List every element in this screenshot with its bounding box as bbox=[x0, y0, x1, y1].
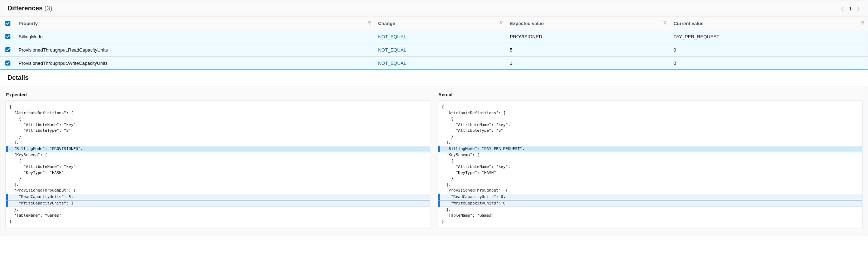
code-line: "WriteCapacityUnits": 0 bbox=[438, 200, 862, 207]
code-line: "AttributeName": "key", bbox=[6, 164, 430, 170]
pager: ❮ 1 ❯ bbox=[840, 6, 860, 11]
code-line: "TableName": "Games" bbox=[438, 213, 862, 219]
code-line: } bbox=[6, 219, 430, 225]
code-line: "AttributeName": "key", bbox=[438, 164, 862, 170]
code-line: "AttributeType": "S" bbox=[6, 128, 430, 134]
cell-expected: PROVISIONED bbox=[506, 30, 670, 43]
col-current[interactable]: Current value ▽ bbox=[670, 17, 868, 30]
code-line: "ReadCapacityUnits": 5, bbox=[6, 194, 430, 201]
code-line: "KeyType": "HASH" bbox=[6, 170, 430, 176]
cell-change[interactable]: NOT_EQUAL bbox=[375, 57, 506, 70]
cell-property: BillingMode bbox=[15, 30, 375, 43]
code-line: "AttributeDefinitions": [ bbox=[6, 110, 430, 116]
details-title: Details bbox=[0, 70, 868, 86]
code-line: "TableName": "Games" bbox=[6, 213, 430, 219]
expected-panel: Expected { "AttributeDefinitions": [ { "… bbox=[5, 92, 430, 228]
cell-expected: 5 bbox=[506, 43, 670, 57]
cell-current: 0 bbox=[670, 43, 868, 57]
sort-icon: ▽ bbox=[861, 21, 864, 25]
cell-property: ProvisionedThroughput.ReadCapacityUnits bbox=[15, 43, 375, 57]
row-checkbox[interactable] bbox=[5, 47, 10, 52]
code-line: "ProvisionedThroughput": { bbox=[6, 188, 430, 194]
differences-count: (3) bbox=[44, 5, 52, 12]
code-line: "ReadCapacityUnits": 0, bbox=[438, 194, 862, 201]
code-line: "KeyType": "HASH" bbox=[438, 170, 862, 176]
sort-icon: ▽ bbox=[500, 21, 503, 25]
cell-expected: 1 bbox=[506, 57, 670, 70]
col-expected-label: Expected value bbox=[510, 21, 544, 26]
details-body: Expected { "AttributeDefinitions": [ { "… bbox=[0, 86, 868, 236]
cell-change[interactable]: NOT_EQUAL bbox=[375, 43, 506, 57]
col-property-label: Property bbox=[19, 21, 38, 26]
differences-title: Differences (3) bbox=[8, 5, 52, 12]
code-line: "ProvisionedThroughput": { bbox=[438, 188, 862, 194]
code-line: { bbox=[6, 104, 430, 110]
col-change-label: Change bbox=[378, 21, 395, 26]
code-line: }, bbox=[6, 207, 430, 213]
code-line: "BillingMode": "PROVISIONED", bbox=[6, 146, 430, 153]
cell-property: ProvisionedThroughput.WriteCapacityUnits bbox=[15, 57, 375, 70]
pager-next[interactable]: ❯ bbox=[856, 6, 860, 11]
differences-table: Property ▽ Change ▽ Expected value ▽ Cur… bbox=[0, 17, 868, 70]
code-line: "AttributeName": "key", bbox=[438, 122, 862, 128]
code-line: "WriteCapacityUnits": 1 bbox=[6, 200, 430, 207]
sort-icon: ▽ bbox=[664, 21, 666, 25]
code-line: "KeySchema": [ bbox=[438, 152, 862, 158]
cell-current: PAY_PER_REQUEST bbox=[670, 30, 868, 43]
table-row[interactable]: ProvisionedThroughput.WriteCapacityUnits… bbox=[0, 57, 868, 70]
actual-code: { "AttributeDefinitions": [ { "Attribute… bbox=[438, 100, 863, 228]
row-checkbox[interactable] bbox=[5, 61, 10, 66]
code-line: }, bbox=[438, 207, 862, 213]
code-line: ], bbox=[6, 182, 430, 188]
table-row[interactable]: ProvisionedThroughput.ReadCapacityUnitsN… bbox=[0, 43, 868, 57]
col-expected[interactable]: Expected value ▽ bbox=[506, 17, 670, 30]
code-line: "KeySchema": [ bbox=[6, 152, 430, 158]
code-line: "BillingMode": "PAY_PER_REQUEST", bbox=[438, 146, 862, 153]
code-line: { bbox=[6, 116, 430, 122]
pager-prev[interactable]: ❮ bbox=[840, 6, 845, 11]
col-property[interactable]: Property ▽ bbox=[15, 17, 375, 30]
code-line: } bbox=[438, 219, 862, 225]
code-line: } bbox=[6, 176, 430, 182]
differences-panel: Differences (3) ❮ 1 ❯ Property ▽ Change … bbox=[0, 0, 868, 236]
code-line: ], bbox=[438, 140, 862, 146]
expected-label: Expected bbox=[6, 92, 430, 97]
code-line: { bbox=[438, 158, 862, 164]
code-line: ], bbox=[438, 182, 862, 188]
cell-change[interactable]: NOT_EQUAL bbox=[375, 30, 506, 43]
row-checkbox[interactable] bbox=[5, 34, 10, 39]
code-line: "AttributeName": "key", bbox=[6, 122, 430, 128]
table-row[interactable]: BillingModeNOT_EQUALPROVISIONEDPAY_PER_R… bbox=[0, 30, 868, 43]
code-line: } bbox=[6, 134, 430, 140]
select-all-header[interactable] bbox=[0, 17, 15, 30]
differences-title-text: Differences bbox=[8, 5, 43, 12]
cell-current: 0 bbox=[670, 57, 868, 70]
code-line: { bbox=[438, 104, 862, 110]
code-line: } bbox=[438, 176, 862, 182]
code-line: "AttributeDefinitions": [ bbox=[438, 110, 862, 116]
code-line: ], bbox=[6, 140, 430, 146]
code-line: { bbox=[6, 158, 430, 164]
pager-current: 1 bbox=[849, 6, 852, 11]
actual-label: Actual bbox=[438, 92, 863, 97]
sort-icon: ▽ bbox=[368, 21, 371, 25]
col-current-label: Current value bbox=[674, 21, 704, 26]
code-line: "AttributeType": "S" bbox=[438, 128, 862, 134]
actual-panel: Actual { "AttributeDefinitions": [ { "At… bbox=[438, 92, 863, 228]
differences-header: Differences (3) ❮ 1 ❯ bbox=[0, 0, 868, 17]
col-change[interactable]: Change ▽ bbox=[375, 17, 506, 30]
code-line: { bbox=[438, 116, 862, 122]
code-line: } bbox=[438, 134, 862, 140]
expected-code: { "AttributeDefinitions": [ { "Attribute… bbox=[5, 100, 430, 228]
select-all-checkbox[interactable] bbox=[5, 21, 10, 26]
